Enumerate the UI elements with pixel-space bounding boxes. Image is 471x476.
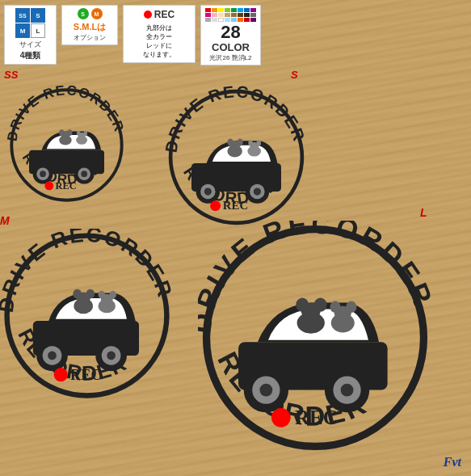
size-grid: SS S M L	[15, 8, 45, 38]
svg-point-10	[77, 131, 81, 136]
sticker-l: L DRIVE RECORDER RECORDER	[198, 206, 432, 458]
svg-text:REC: REC	[56, 180, 77, 192]
option-badge: S M S.M.Lは オプション	[61, 5, 118, 45]
svg-point-74	[259, 384, 272, 397]
svg-point-14	[40, 171, 46, 177]
svg-point-54	[48, 352, 57, 360]
sticker-svg-l: DRIVE RECORDER RECORDER	[198, 221, 432, 455]
svg-point-11	[83, 131, 87, 136]
svg-text:REC: REC	[295, 406, 338, 428]
size-label-m: M	[0, 214, 174, 227]
svg-point-47	[86, 289, 95, 299]
size-badge: SS S M L サイズ 4種類	[4, 5, 57, 65]
svg-point-71	[346, 301, 356, 314]
rec-top-row: REC	[128, 8, 190, 22]
rec-desc4: なります。	[128, 50, 190, 59]
rec-desc1: 丸部分は	[128, 23, 190, 32]
circle-orange: M	[91, 8, 103, 19]
svg-point-50	[98, 291, 105, 299]
size-label-l: L	[420, 206, 432, 219]
color-sub: 光沢26 艶消L2	[205, 53, 256, 62]
rec-badge: REC 丸部分は 全カラー レッドに なります。	[123, 5, 196, 63]
svg-point-67	[314, 298, 327, 312]
size-l: L	[31, 23, 45, 38]
sticker-svg-m: DRIVE RECORDER RECORDER	[0, 229, 174, 402]
sticker-svg-ss: DRIVE RECORDER RECORDER	[4, 82, 129, 208]
rec-text: REC	[154, 8, 175, 22]
svg-point-77	[341, 384, 354, 397]
sticker-m: M DRIVE RECORDER RECORDER	[0, 214, 174, 406]
svg-point-37	[254, 187, 261, 195]
svg-point-6	[59, 129, 64, 136]
signature: Fvt	[444, 455, 461, 470]
sticker-ss: SS DRIVE RECORDER RECORDER	[4, 69, 129, 211]
size-count-text: 4種類	[20, 50, 41, 61]
svg-point-66	[296, 298, 309, 312]
svg-point-30	[248, 140, 253, 145]
rec-desc3: レッドに	[128, 41, 190, 50]
svg-point-46	[73, 289, 82, 299]
circle-green: S	[78, 8, 89, 19]
size-label-text: サイズ	[19, 40, 41, 50]
svg-text:REC: REC	[70, 367, 102, 383]
svg-point-78	[271, 408, 291, 428]
size-m: M	[15, 23, 30, 38]
option-sub: オプション	[66, 33, 113, 42]
svg-point-31	[256, 140, 261, 145]
svg-point-17	[81, 171, 87, 177]
badges-row: SS S M L サイズ 4種類 S M S.M.Lは オプション REC 丸部…	[4, 5, 467, 65]
color-label: COLOR	[205, 41, 256, 53]
svg-point-26	[227, 138, 233, 145]
svg-point-57	[107, 352, 116, 360]
size-ss: SS	[15, 8, 30, 23]
rec-dot	[144, 11, 152, 19]
svg-point-70	[330, 301, 340, 314]
color-badge: 28 COLOR 光沢26 艶消L2	[200, 5, 261, 65]
rec-desc2: 全カラー	[128, 32, 190, 41]
color-number: 28	[205, 23, 256, 41]
size-label-s: S	[291, 69, 311, 81]
svg-point-27	[237, 138, 242, 145]
option-icons-row: S M	[66, 8, 113, 19]
size-label-ss: SS	[4, 69, 129, 81]
svg-point-34	[204, 187, 212, 195]
svg-point-7	[67, 129, 72, 136]
svg-point-51	[109, 291, 116, 299]
size-s: S	[31, 8, 45, 23]
option-label: S.M.Lは	[66, 21, 113, 33]
color-palette	[205, 8, 256, 22]
svg-point-18	[44, 181, 53, 190]
stickers-area: SS DRIVE RECORDER RECORDER	[0, 69, 471, 476]
svg-point-58	[54, 368, 68, 381]
